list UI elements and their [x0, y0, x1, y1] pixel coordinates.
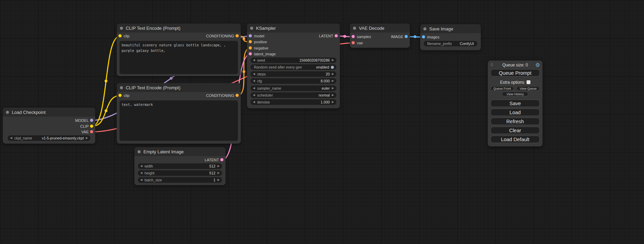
increment-arrow-icon[interactable]: ▶ [332, 71, 334, 77]
node-title-bar[interactable]: Load Checkpoint [3, 108, 95, 117]
increment-arrow-icon[interactable]: ▶ [332, 99, 334, 105]
increment-arrow-icon[interactable]: ▶ [218, 177, 220, 183]
decrement-arrow-icon[interactable]: ◀ [140, 163, 142, 169]
collapse-dot-icon[interactable] [250, 27, 253, 30]
widget-cfg[interactable]: ◀ cfg 8.000 ▶ [250, 78, 336, 84]
decrement-arrow-icon[interactable]: ◀ [140, 170, 142, 176]
node-empty-latent-image[interactable]: Empty Latent Image LATENT ◀ width 512 ▶ … [134, 147, 226, 185]
output-port-latent[interactable] [335, 34, 338, 37]
view-history-button[interactable]: View History [502, 92, 528, 96]
widget-label: cfg [257, 79, 262, 83]
drag-handle-icon[interactable]: ⠿ [490, 63, 493, 67]
input-port-negative[interactable] [249, 46, 252, 49]
input-port-vae[interactable] [352, 41, 355, 44]
input-port-positive[interactable] [249, 40, 252, 43]
node-title-bar[interactable]: VAE Decode [350, 24, 410, 33]
increment-arrow-icon[interactable]: ▶ [332, 78, 334, 84]
widget-filename-prefix[interactable]: filename_prefix ComfyUI [424, 41, 477, 46]
decrement-arrow-icon[interactable]: ◀ [253, 85, 255, 91]
widget-label: scheduler [257, 93, 273, 97]
collapse-dot-icon[interactable] [120, 27, 123, 30]
node-vae-decode[interactable]: VAE Decode samples vae IMAGE [350, 24, 410, 48]
load-default-button[interactable]: Load Default [491, 136, 540, 143]
node-title-bar[interactable]: Empty Latent Image [134, 147, 226, 156]
increment-arrow-icon[interactable]: ▶ [332, 85, 334, 91]
input-port-latent-image[interactable] [249, 52, 252, 55]
wire-dot-positive-conditioning [242, 37, 245, 40]
output-port-latent[interactable] [220, 158, 223, 161]
output-port-clip[interactable] [90, 125, 93, 128]
widget-width[interactable]: ◀ width 512 ▶ [138, 163, 222, 169]
input-port-model[interactable] [249, 34, 252, 37]
input-port-clip[interactable] [118, 34, 122, 37]
collapse-dot-icon[interactable] [138, 150, 141, 153]
increment-arrow-icon[interactable]: ▶ [218, 170, 220, 176]
view-queue-button[interactable]: View Queue [517, 86, 540, 91]
wire-dot-model [170, 77, 173, 80]
widget-random-seed-toggle[interactable]: Random seed after every gen enabled [250, 64, 336, 70]
widget-value: 512 [209, 171, 215, 175]
increment-arrow-icon[interactable]: ▶ [332, 92, 334, 98]
node-title-bar[interactable]: CLIP Text Encode (Prompt) [117, 24, 241, 33]
widget-label: seed [257, 58, 265, 62]
node-title-bar[interactable]: CLIP Text Encode (Prompt) [117, 83, 241, 92]
node-clip-text-encode-positive[interactable]: CLIP Text Encode (Prompt) clip CONDITION… [117, 24, 241, 76]
input-port-images[interactable] [422, 35, 425, 38]
output-port-image[interactable] [405, 35, 408, 38]
node-ksampler[interactable]: KSampler model positive negative latent_… [247, 24, 340, 108]
widget-height[interactable]: ◀ height 512 ▶ [138, 170, 222, 176]
collapse-dot-icon[interactable] [6, 111, 9, 114]
settings-gear-icon[interactable]: ⚙ [536, 62, 540, 68]
input-port-clip[interactable] [118, 94, 122, 97]
output-label-latent: LATENT [319, 34, 333, 38]
output-port-conditioning[interactable] [236, 34, 239, 37]
queue-prompt-button[interactable]: Queue Prompt [491, 69, 540, 76]
prompt-textarea[interactable]: text, watermark [120, 100, 238, 141]
toggle-indicator-icon [331, 66, 334, 69]
clear-button[interactable]: Clear [491, 127, 540, 134]
node-title: KSampler [256, 26, 276, 31]
decrement-arrow-icon[interactable]: ◀ [253, 92, 255, 98]
collapse-dot-icon[interactable] [353, 27, 356, 30]
widget-value: 20 [326, 72, 330, 76]
decrement-arrow-icon[interactable]: ◀ [140, 177, 142, 183]
widget-label: denoise [257, 100, 270, 104]
node-save-image[interactable]: Save Image images filename_prefix ComfyU… [420, 24, 481, 50]
widget-scheduler[interactable]: ◀ scheduler normal ▶ [250, 92, 336, 98]
decrement-arrow-icon[interactable]: ◀ [253, 78, 255, 84]
widget-label: steps [257, 72, 266, 76]
output-port-vae[interactable] [90, 130, 93, 133]
widget-seed[interactable]: ◀ seed 156680208700286 ▶ [250, 57, 336, 63]
widget-denoise[interactable]: ◀ denoise 1.000 ▶ [250, 99, 336, 105]
widget-steps[interactable]: ◀ steps 20 ▶ [250, 71, 336, 77]
widget-batch-size[interactable]: ◀ batch_size 1 ▶ [138, 177, 222, 183]
output-port-conditioning[interactable] [236, 94, 239, 97]
node-title-bar[interactable]: Save Image [420, 24, 481, 33]
queue-front-button[interactable]: Queue Front [491, 86, 514, 91]
decrement-arrow-icon[interactable]: ◀ [253, 71, 255, 77]
widget-sampler-name[interactable]: ◀ sampler_name euler ▶ [250, 85, 336, 91]
node-clip-text-encode-negative[interactable]: CLIP Text Encode (Prompt) clip CONDITION… [117, 83, 241, 144]
node-title-bar[interactable]: KSampler [247, 24, 340, 33]
output-label-clip: CLIP [80, 124, 89, 128]
decrement-arrow-icon[interactable]: ◀ [253, 57, 255, 63]
node-load-checkpoint[interactable]: Load Checkpoint MODEL CLIP VAE ◀ ckpt_na… [3, 108, 95, 144]
node-title: Save Image [429, 26, 453, 31]
decrement-arrow-icon[interactable]: ◀ [253, 99, 255, 105]
extra-options-checkbox[interactable] [527, 80, 530, 84]
collapse-dot-icon[interactable] [423, 27, 426, 30]
decrement-arrow-icon[interactable]: ◀ [10, 135, 12, 141]
output-port-model[interactable] [90, 119, 93, 122]
increment-arrow-icon[interactable]: ▶ [218, 163, 220, 169]
wire-dot-latent-to-samples [343, 35, 346, 38]
collapse-dot-icon[interactable] [120, 86, 123, 89]
increment-arrow-icon[interactable]: ▶ [86, 135, 88, 141]
load-button[interactable]: Load [491, 109, 540, 116]
widget-ckpt-name[interactable]: ◀ ckpt_name v1-5-pruned-emaonly.ckpt ▶ [8, 135, 90, 141]
increment-arrow-icon[interactable]: ▶ [332, 57, 334, 63]
prompt-textarea[interactable]: beautiful scenery nature glass bottle la… [120, 41, 238, 74]
save-button[interactable]: Save [491, 100, 540, 107]
refresh-button[interactable]: Refresh [491, 118, 540, 125]
input-port-samples[interactable] [352, 35, 355, 38]
wire-dot-negative-conditioning [242, 70, 245, 73]
